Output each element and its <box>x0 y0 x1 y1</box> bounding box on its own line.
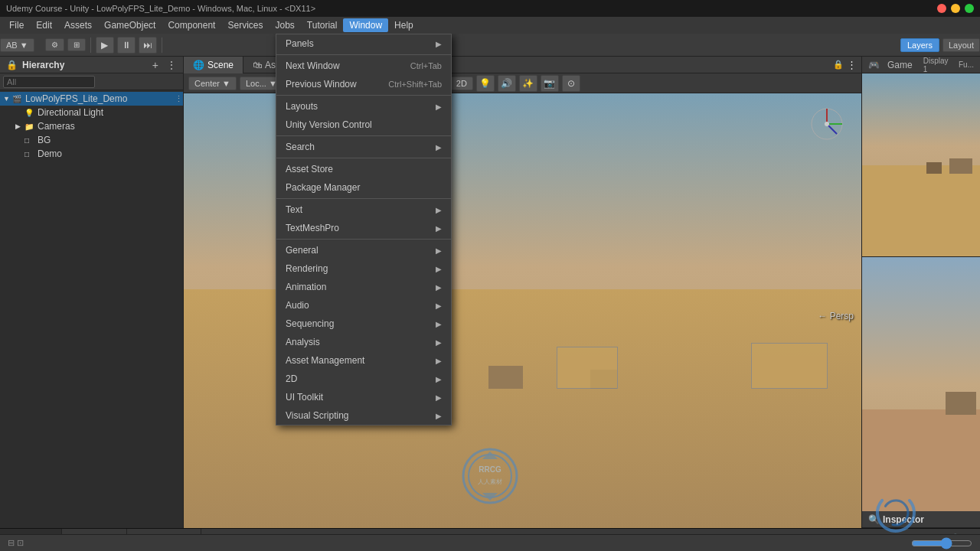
pause-button[interactable]: ⏸ <box>117 37 136 54</box>
lighting-toggle[interactable]: 💡 <box>476 75 495 92</box>
menu-textmeshpro[interactable]: TextMeshPro ▶ <box>276 219 451 237</box>
sequencing-label: Sequencing <box>286 318 334 329</box>
menu-assets[interactable]: Assets <box>58 18 98 32</box>
hierarchy-tree: ▼ 🎬 LowPolyFPS_Lite_Demo ⋮ 💡 Directional… <box>0 90 183 528</box>
next-window-shortcut: Ctrl+Tab <box>410 61 442 70</box>
menu-text[interactable]: Text ▶ <box>276 201 451 219</box>
menu-audio[interactable]: Audio ▶ <box>276 296 451 315</box>
textmeshpro-label: TextMeshPro <box>286 223 339 233</box>
center-dropdown[interactable]: Center ▼ <box>188 77 237 90</box>
menu-2d[interactable]: 2D ▶ <box>276 370 451 388</box>
audio-toggle[interactable]: 🔊 <box>498 75 516 92</box>
sequencing-arrow: ▶ <box>436 320 442 328</box>
menu-animation[interactable]: Animation ▶ <box>276 278 451 296</box>
svg-point-4 <box>825 122 829 126</box>
menu-package-mgr[interactable]: Package Manager <box>276 178 451 197</box>
audio-arrow: ▶ <box>436 302 442 310</box>
scene-cam-toggle[interactable]: 📷 <box>541 75 559 92</box>
obj-icon: □ <box>24 136 35 145</box>
divider4 <box>276 158 451 158</box>
fx-toggle[interactable]: ✨ <box>519 75 537 92</box>
menu-general[interactable]: General ▶ <box>276 241 451 259</box>
scene-menu-icon[interactable]: ⋮ <box>847 59 857 70</box>
unity-icon-btn[interactable]: ⚙ <box>45 38 64 51</box>
tree-arrow: ▼ <box>3 95 12 103</box>
play-toolbar: AB ▼ ⚙ ⊞ ▶ ⏸ ⏭ Layers Layout <box>0 34 980 57</box>
right-panel: 🎮 Game Display 1 Fu... 🔍 Inspector <box>861 57 980 528</box>
scene-gizmo <box>808 105 846 143</box>
ui-toolkit-label: UI Toolkit <box>286 392 323 403</box>
visual-scripting-label: Visual Scripting <box>286 410 349 421</box>
window-dropdown[interactable]: Panels ▶ Next Window Ctrl+Tab Previous W… <box>276 34 452 425</box>
menu-asset-mgmt[interactable]: Asset Management ▶ <box>276 351 451 370</box>
tree-item-root[interactable]: ▼ 🎬 LowPolyFPS_Lite_Demo ⋮ <box>0 92 183 106</box>
minimize-btn[interactable] <box>951 4 960 13</box>
menu-ui-toolkit[interactable]: UI Toolkit ▶ <box>276 388 451 406</box>
tree-item-dirlight[interactable]: 💡 Directional Light <box>0 106 183 119</box>
asset-store-label: Asset Store <box>286 164 333 174</box>
tree-label: Cameras <box>38 121 75 132</box>
tree-item-cameras[interactable]: ▶ 📁 Cameras <box>0 119 183 133</box>
tree-arrow <box>15 109 24 116</box>
menu-analysis[interactable]: Analysis ▶ <box>276 333 451 351</box>
title-bar-text: Udemy Course - Unity - LowPolyFPS_Lite_D… <box>6 4 315 13</box>
gizmos-toggle[interactable]: ⊙ <box>562 75 580 92</box>
menu-services[interactable]: Services <box>221 18 269 32</box>
menu-next-window[interactable]: Next Window Ctrl+Tab <box>276 57 451 75</box>
menu-panels[interactable]: Panels ▶ <box>276 34 451 53</box>
scene-lock-icon[interactable]: 🔒 <box>833 60 844 70</box>
persp-label: ← Persp <box>818 311 854 321</box>
tree-item-demo[interactable]: □ Demo <box>0 147 183 161</box>
hierarchy-search[interactable] <box>3 76 95 88</box>
scene-icon-tab: 🌐 <box>193 60 204 70</box>
menu-window[interactable]: Window <box>343 18 388 32</box>
menu-help[interactable]: Help <box>388 18 420 32</box>
menu-visual-scripting[interactable]: Visual Scripting ▶ <box>276 406 451 425</box>
layers-button[interactable]: Layers <box>900 38 939 52</box>
close-btn[interactable] <box>937 4 946 13</box>
folder-icon: 📁 <box>24 122 35 131</box>
menu-jobs[interactable]: Jobs <box>269 18 300 32</box>
spiral-loading-icon <box>873 490 919 536</box>
general-label: General <box>286 245 318 256</box>
menu-edit[interactable]: Edit <box>30 18 58 32</box>
menu-sequencing[interactable]: Sequencing ▶ <box>276 315 451 333</box>
menu-component[interactable]: Component <box>162 18 221 32</box>
layout-button[interactable]: Layout <box>942 38 980 52</box>
layouts-arrow: ▶ <box>436 103 442 111</box>
asset-mgmt-arrow: ▶ <box>436 357 442 365</box>
step-button[interactable]: ⏭ <box>139 37 157 54</box>
unity-vc-label: Unity Version Control <box>286 119 372 130</box>
menu-rendering[interactable]: Rendering ▶ <box>276 259 451 278</box>
maximize-btn[interactable] <box>965 4 974 13</box>
hierarchy-menu-icon[interactable]: ⋮ <box>166 59 177 71</box>
asset-mgmt-label: Asset Management <box>286 355 364 366</box>
prev-window-shortcut: Ctrl+Shift+Tab <box>388 80 442 89</box>
divider6 <box>276 239 451 240</box>
menu-tutorial[interactable]: Tutorial <box>301 18 344 32</box>
menu-search[interactable]: Search ▶ <box>276 138 451 156</box>
icon2-btn[interactable]: ⊞ <box>67 38 86 51</box>
svg-point-27 <box>873 490 919 536</box>
tree-arrow: ▶ <box>15 122 24 130</box>
game-crate <box>949 158 972 174</box>
hierarchy-add-icon[interactable]: + <box>152 59 158 71</box>
menu-file[interactable]: File <box>3 18 30 32</box>
title-bar: Udemy Course - Unity - LowPolyFPS_Lite_D… <box>0 0 980 17</box>
menu-gameobject[interactable]: GameObject <box>98 18 162 32</box>
tab-scene[interactable]: 🌐 Scene <box>184 57 243 73</box>
game-ground <box>862 165 980 257</box>
rrcg-watermark: RRCG 人人素材 <box>452 445 528 509</box>
tree-item-bg[interactable]: □ BG <box>0 133 183 147</box>
ab-dropdown[interactable]: AB ▼ <box>0 38 34 52</box>
menu-unity-vc[interactable]: Unity Version Control <box>276 116 451 134</box>
game-display: Display 1 <box>923 57 951 73</box>
play-button[interactable]: ▶ <box>96 37 114 54</box>
zoom-slider[interactable] <box>911 538 972 549</box>
status-bar: ⊟ ⊡ <box>0 534 980 551</box>
menu-asset-store[interactable]: Asset Store <box>276 160 451 178</box>
menu-layouts[interactable]: Layouts ▶ <box>276 97 451 116</box>
2d-toggle[interactable]: 2D <box>450 77 473 90</box>
menu-prev-window[interactable]: Previous Window Ctrl+Shift+Tab <box>276 75 451 93</box>
tree-options-icon[interactable]: ⋮ <box>175 94 183 104</box>
